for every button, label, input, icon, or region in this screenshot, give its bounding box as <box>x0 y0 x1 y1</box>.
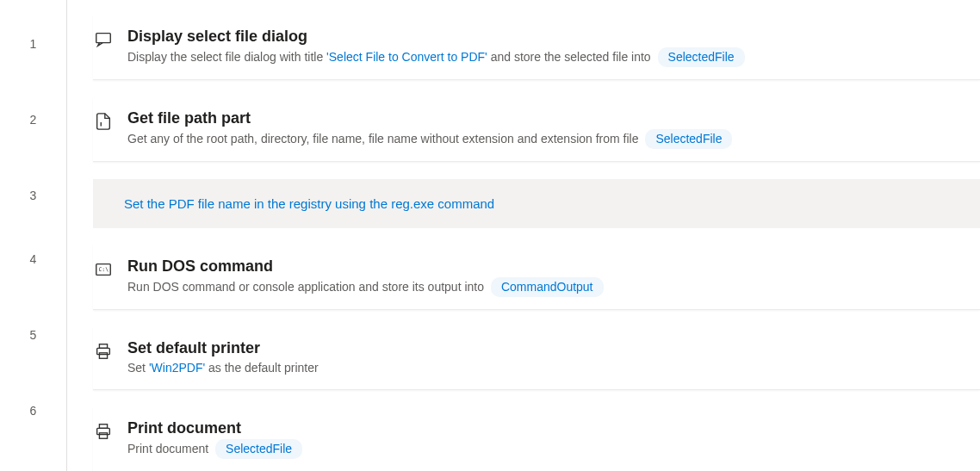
step-content: Set default printer Set 'Win2PDF' as the… <box>127 339 963 377</box>
step-comment[interactable]: Set the PDF file name in the registry us… <box>93 179 980 228</box>
svg-text:C:\: C:\ <box>99 266 109 273</box>
step-print-document[interactable]: Print document Print document SelectedFi… <box>93 407 980 471</box>
step-display-file-dialog[interactable]: Display select file dialog Display the s… <box>93 15 980 80</box>
step-title: Print document <box>127 419 963 437</box>
step-title: Display select file dialog <box>127 28 963 46</box>
step-title: Get file path part <box>127 109 963 127</box>
line-number[interactable]: 3 <box>0 182 66 245</box>
line-number[interactable]: 1 <box>0 30 66 106</box>
terminal-icon: C:\ <box>93 259 114 280</box>
step-content: Print document Print document SelectedFi… <box>127 419 963 459</box>
variable-badge[interactable]: CommandOutput <box>491 277 604 297</box>
svg-rect-0 <box>96 34 111 43</box>
step-content: Get file path part Get any of the root p… <box>127 109 963 149</box>
printer-icon <box>93 341 114 362</box>
line-number-gutter: 1 2 3 4 5 6 <box>0 0 67 471</box>
svg-rect-9 <box>99 433 107 438</box>
comment-text: Set the PDF file name in the registry us… <box>124 196 494 211</box>
step-content: Display select file dialog Display the s… <box>127 28 963 67</box>
line-number[interactable]: 5 <box>0 321 66 397</box>
variable-badge[interactable]: SelectedFile <box>645 129 732 149</box>
step-description: Get any of the root path, directory, fil… <box>127 129 963 149</box>
quoted-string: 'Win2PDF' <box>149 361 205 375</box>
quoted-string: 'Select File to Convert to PDF' <box>326 50 487 64</box>
message-icon <box>93 29 114 50</box>
file-icon <box>93 111 114 132</box>
variable-badge[interactable]: SelectedFile <box>658 47 745 67</box>
step-set-default-printer[interactable]: Set default printer Set 'Win2PDF' as the… <box>93 327 980 390</box>
step-title: Run DOS command <box>127 257 963 276</box>
printer-icon <box>93 421 114 442</box>
line-number[interactable]: 6 <box>0 397 66 471</box>
step-description: Print document SelectedFile <box>127 439 963 459</box>
step-content: Run DOS command Run DOS command or conso… <box>127 257 963 297</box>
step-description: Display the select file dialog with titl… <box>127 47 963 67</box>
flow-container: 1 2 3 4 5 6 Display select file dialog D… <box>0 0 980 471</box>
line-number[interactable]: 4 <box>0 245 66 321</box>
step-description: Run DOS command or console application a… <box>127 277 963 297</box>
step-description: Set 'Win2PDF' as the default printer <box>127 359 963 377</box>
line-number[interactable]: 2 <box>0 106 66 182</box>
step-run-dos-command[interactable]: C:\ Run DOS command Run DOS command or c… <box>93 245 980 310</box>
variable-badge[interactable]: SelectedFile <box>215 439 302 459</box>
step-get-file-path-part[interactable]: Get file path part Get any of the root p… <box>93 97 980 162</box>
step-title: Set default printer <box>127 339 963 357</box>
svg-rect-6 <box>99 353 107 358</box>
steps-list: Display select file dialog Display the s… <box>67 0 980 471</box>
